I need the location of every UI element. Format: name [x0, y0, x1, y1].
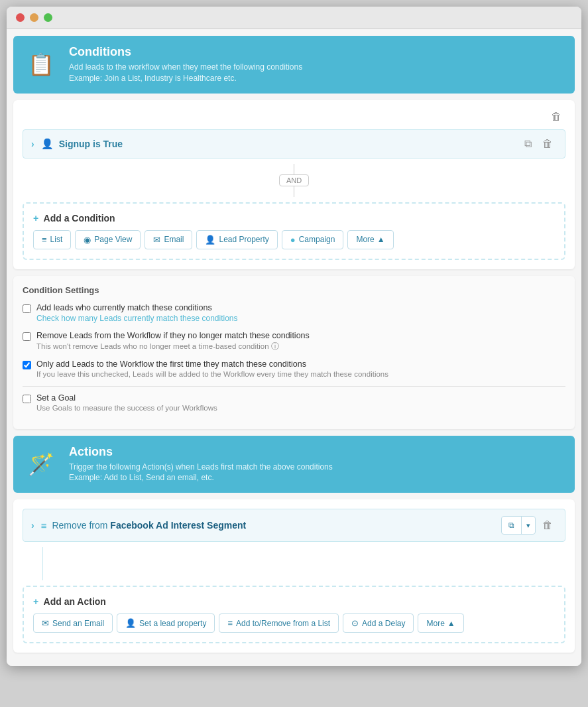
actions-header-text: Actions Trigger the following Action(s) …: [69, 445, 333, 484]
set-goal-label: Set a Goal: [36, 393, 217, 403]
list-action-icon: ≡: [227, 618, 233, 628]
close-dot[interactable]: [16, 13, 25, 22]
check-leads-link[interactable]: Check how many Leads currently match the…: [36, 314, 238, 323]
conditions-icon: 📋: [24, 47, 58, 82]
remove-leads-label: Remove Leads from the Workflow if they n…: [36, 331, 310, 340]
add-action-delay-button[interactable]: ⊙ Add a Delay: [343, 613, 414, 633]
campaign-icon: ●: [290, 235, 296, 245]
and-connector: AND: [23, 164, 565, 197]
set-property-icon: 👤: [125, 618, 136, 628]
set-goal-sub: Use Goals to measure the success of your…: [36, 404, 217, 412]
add-leads-label: Add leads who currently match these cond…: [36, 303, 238, 312]
action-copy-button[interactable]: ⧉: [502, 517, 522, 534]
remove-leads-sub: This won't remove Leads who no longer me…: [36, 342, 310, 352]
action-more-arrow-icon: ▲: [447, 619, 455, 628]
condition-person-icon: 👤: [41, 138, 54, 150]
only-add-sub: If you leave this unchecked, Leads will …: [36, 370, 388, 378]
add-condition-more-button[interactable]: More ▲: [347, 230, 393, 249]
action-connector-line: [42, 547, 43, 580]
add-condition-leadproperty-button[interactable]: 👤 Lead Property: [196, 230, 277, 249]
maximize-dot[interactable]: [44, 13, 52, 22]
and-line-top: [294, 164, 294, 174]
and-line-bottom: [294, 186, 294, 197]
list-icon: ≡: [42, 235, 47, 245]
action-delete-button[interactable]: 🗑: [538, 516, 557, 535]
condition-row-signup: › 👤 Signup is True ⧉ 🗑: [23, 129, 565, 159]
delete-all-button[interactable]: 🗑: [547, 109, 565, 124]
add-action-setproperty-button[interactable]: 👤 Set a lead property: [117, 613, 215, 633]
app-window: 📋 Conditions Add leads to the workflow w…: [7, 7, 581, 666]
setting-remove-leads: Remove Leads from the Workflow if they n…: [23, 331, 565, 352]
actions-desc2: Example: Add to List, Send an email, etc…: [69, 472, 333, 483]
add-action-box: + Add an Action ✉ Send an Email 👤 Set a …: [23, 586, 565, 643]
add-action-more-button[interactable]: More ▲: [418, 613, 463, 633]
actions-icon: 🪄: [24, 447, 58, 482]
setting-only-add: Only add Leads to the Workflow the first…: [23, 359, 565, 378]
condition-action-buttons: ⧉ 🗑: [520, 137, 557, 151]
remove-leads-checkbox[interactable]: [23, 332, 31, 341]
conditions-header-text: Conditions Add leads to the workflow whe…: [69, 45, 302, 84]
actions-header: 🪄 Actions Trigger the following Action(s…: [13, 436, 575, 493]
actions-title: Actions: [69, 445, 333, 459]
add-action-sendemail-button[interactable]: ✉ Send an Email: [33, 613, 113, 633]
condition-delete-button[interactable]: 🗑: [538, 137, 557, 151]
add-action-buttons: ✉ Send an Email 👤 Set a lead property ≡ …: [33, 613, 555, 633]
conditions-desc2: Example: Join a List, Industry is Health…: [69, 73, 302, 84]
add-condition-campaign-button[interactable]: ● Campaign: [282, 230, 344, 249]
more-arrow-icon: ▲: [377, 235, 385, 244]
action-copy-split-btn: ⧉ ▾: [501, 516, 536, 535]
condition-copy-button[interactable]: ⧉: [520, 137, 536, 151]
action-label: Remove from Facebook Ad Interest Segment: [52, 520, 501, 531]
eye-icon: ◉: [84, 235, 91, 245]
conditions-card-toolbar: 🗑: [23, 109, 565, 124]
add-condition-box: + Add a Condition ≡ List ◉ Page View ✉ E…: [23, 202, 565, 260]
add-condition-buttons: ≡ List ◉ Page View ✉ Email 👤 Lead Proper…: [33, 230, 555, 249]
condition-label: Signup is True: [59, 139, 520, 149]
only-add-checkbox[interactable]: [23, 361, 31, 369]
conditions-card: 🗑 › 👤 Signup is True ⧉ 🗑 AND: [13, 100, 575, 269]
email-icon: ✉: [153, 235, 160, 245]
setting-add-leads: Add leads who currently match these cond…: [23, 303, 565, 323]
send-email-icon: ✉: [42, 618, 49, 628]
settings-divider: [23, 386, 565, 387]
conditions-title: Conditions: [69, 45, 302, 59]
add-action-title: + Add an Action: [33, 596, 555, 607]
action-list-icon: ≡: [41, 520, 47, 531]
action-action-buttons: ⧉ ▾ 🗑: [501, 516, 557, 535]
conditions-desc1: Add leads to the workflow when they meet…: [69, 62, 302, 73]
actions-card: › ≡ Remove from Facebook Ad Interest Seg…: [13, 499, 575, 653]
add-condition-title: + Add a Condition: [33, 213, 555, 224]
person-icon: 👤: [205, 235, 215, 245]
setting-set-goal: Set a Goal Use Goals to measure the succ…: [23, 393, 565, 412]
minimize-dot[interactable]: [30, 13, 38, 22]
titlebar: [7, 7, 581, 29]
add-condition-list-button[interactable]: ≡ List: [33, 230, 71, 249]
actions-desc1: Trigger the following Action(s) when Lea…: [69, 462, 333, 473]
set-goal-checkbox[interactable]: [23, 395, 31, 403]
add-condition-email-button[interactable]: ✉ Email: [145, 230, 192, 249]
add-condition-pageview-button[interactable]: ◉ Page View: [75, 230, 141, 249]
add-leads-checkbox[interactable]: [23, 304, 31, 313]
condition-settings-title: Condition Settings: [23, 285, 565, 295]
main-content: 📋 Conditions Add leads to the workflow w…: [7, 29, 581, 666]
delay-icon: ⊙: [351, 618, 359, 628]
conditions-header: 📋 Conditions Add leads to the workflow w…: [13, 36, 575, 94]
action-copy-arrow-button[interactable]: ▾: [522, 517, 535, 534]
action-row-facebook: › ≡ Remove from Facebook Ad Interest Seg…: [23, 509, 565, 542]
add-action-addtolist-button[interactable]: ≡ Add to/Remove from a List: [219, 613, 339, 633]
condition-expand-button[interactable]: ›: [31, 139, 34, 149]
action-expand-button[interactable]: ›: [31, 520, 34, 531]
and-badge: AND: [279, 174, 309, 186]
condition-settings-section: Condition Settings Add leads who current…: [13, 276, 575, 429]
only-add-label: Only add Leads to the Workflow the first…: [36, 359, 388, 369]
